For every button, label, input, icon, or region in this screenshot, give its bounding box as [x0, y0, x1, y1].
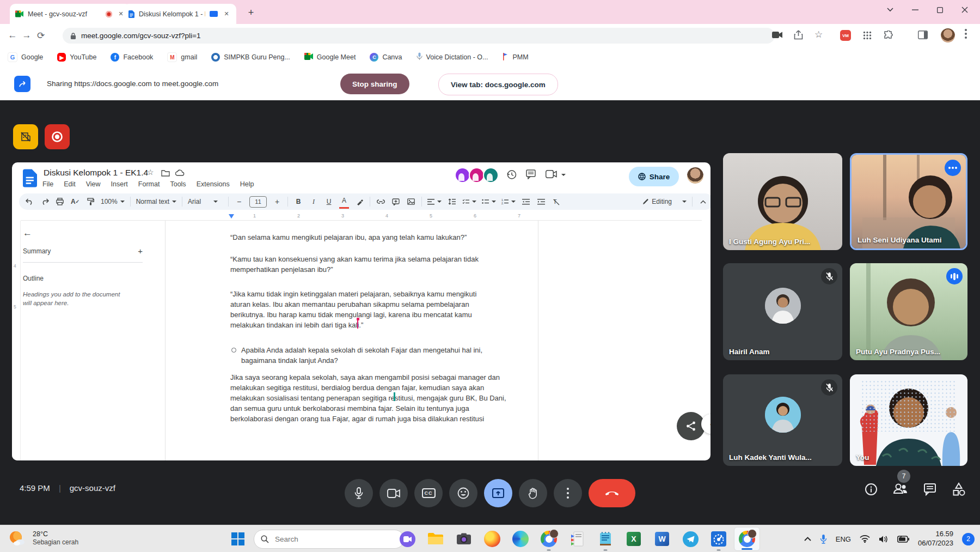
align-select[interactable]: [427, 199, 442, 205]
docs-share-button[interactable]: Share: [629, 167, 679, 186]
tray-expand-icon[interactable]: [804, 537, 811, 541]
menu-insert[interactable]: Insert: [111, 180, 128, 188]
docs-user-avatar[interactable]: [687, 167, 703, 184]
start-button[interactable]: [231, 532, 245, 548]
bookmark-voice-dictation[interactable]: Voice Dictation - O...: [416, 52, 488, 62]
more-options-button[interactable]: [554, 479, 582, 507]
forward-icon[interactable]: →: [20, 30, 34, 41]
bookmark-pmm[interactable]: PMM: [502, 53, 528, 62]
info-icon[interactable]: [865, 483, 878, 496]
tab-docs[interactable]: Diskusi Kelompok 1 - EK1.4 ✕: [123, 4, 236, 24]
cloud-status-icon[interactable]: [175, 169, 185, 176]
undo-icon[interactable]: [24, 196, 34, 208]
checklist-select[interactable]: [462, 199, 476, 205]
record-button[interactable]: [45, 124, 70, 149]
move-folder-icon[interactable]: [161, 169, 170, 177]
reactions-button[interactable]: [449, 479, 477, 507]
italic-icon[interactable]: I: [309, 196, 318, 208]
extensions-puzzle-icon[interactable]: [884, 31, 893, 40]
bookmark-canva[interactable]: CCanva: [370, 53, 402, 62]
maximize-icon[interactable]: [937, 7, 943, 13]
app-installer[interactable]: [563, 525, 591, 552]
text-color-icon[interactable]: A: [339, 195, 349, 209]
close-window-icon[interactable]: [961, 7, 968, 13]
menu-view[interactable]: View: [86, 180, 101, 188]
insert-image-icon[interactable]: [406, 196, 416, 208]
reload-icon[interactable]: ⟳: [34, 30, 48, 41]
new-tab-button[interactable]: +: [244, 5, 258, 20]
tab-meet[interactable]: Meet - gcv-souz-vzf ✕: [10, 4, 131, 24]
violentmonkey-extension-icon[interactable]: VM: [840, 30, 851, 41]
star-doc-icon[interactable]: ☆: [147, 168, 154, 177]
app-firefox[interactable]: [478, 525, 506, 552]
apps-grid-icon[interactable]: [863, 31, 872, 40]
print-icon[interactable]: [55, 196, 65, 208]
clear-formatting-icon[interactable]: T: [552, 196, 561, 208]
decrease-indent-icon[interactable]: [521, 196, 531, 208]
comments-icon[interactable]: [526, 169, 536, 179]
search-input[interactable]: [274, 535, 379, 544]
margin-marker-icon[interactable]: [229, 214, 234, 219]
url-field[interactable]: meet.google.com/gcv-souz-vzf?pli=1: [63, 28, 775, 44]
menu-extensions[interactable]: Extensions: [197, 180, 230, 188]
battery-icon[interactable]: [897, 536, 909, 543]
captions-button[interactable]: CC: [414, 479, 443, 507]
company-mode-button[interactable]: [13, 124, 38, 149]
browser-profile-avatar[interactable]: [941, 28, 955, 43]
minimize-icon[interactable]: [912, 7, 918, 13]
zoom-select[interactable]: 100%: [101, 198, 125, 205]
taskbar-search[interactable]: [254, 530, 404, 549]
add-comment-icon[interactable]: [391, 196, 401, 208]
app-notepad[interactable]: [591, 525, 620, 552]
app-chrome-active[interactable]: [733, 525, 761, 552]
horizontal-ruler[interactable]: 1 2 3 4 5 6 7: [21, 213, 702, 221]
menu-file[interactable]: File: [42, 180, 53, 188]
collaborator-avatar[interactable]: [483, 167, 499, 183]
collaborator-avatar[interactable]: [469, 167, 485, 183]
bulleted-list-select[interactable]: [482, 199, 496, 205]
editing-mode-select[interactable]: Editing: [642, 198, 687, 205]
wifi-icon[interactable]: [860, 535, 870, 543]
present-button[interactable]: [484, 479, 512, 507]
side-panel-icon[interactable]: [918, 31, 928, 39]
meet-call-icon[interactable]: [546, 170, 558, 178]
bookmark-google-meet[interactable]: Google Meet: [304, 53, 356, 62]
line-spacing-icon[interactable]: [447, 196, 457, 208]
bookmark-youtube[interactable]: ▶YouTube: [57, 53, 96, 62]
font-select[interactable]: Arial: [188, 198, 223, 205]
increase-indent-icon[interactable]: [536, 196, 546, 208]
tray-clock[interactable]: 16.59 06/07/2023: [918, 530, 953, 548]
shared-screen-presentation[interactable]: Diskusi Kelompok 1 - EK1.4 ☆ File Edit V…: [12, 162, 710, 460]
window-menu-chevron-icon[interactable]: [887, 8, 893, 12]
tab-docs-close-icon[interactable]: ✕: [222, 10, 231, 19]
menu-format[interactable]: Format: [138, 180, 160, 188]
participant-tile-5[interactable]: Luh Kadek Yanti Wula...: [723, 374, 842, 466]
paint-format-icon[interactable]: [85, 196, 95, 208]
version-history-icon[interactable]: [506, 169, 517, 180]
menu-help[interactable]: Help: [240, 180, 254, 188]
view-tab-button[interactable]: View tab: docs.google.com: [438, 74, 558, 95]
font-size-field[interactable]: 11: [249, 196, 267, 208]
share-page-icon[interactable]: [794, 30, 803, 40]
activities-icon[interactable]: [952, 482, 966, 496]
meet-call-dropdown-icon[interactable]: [561, 174, 566, 176]
collapse-toolbar-icon[interactable]: [698, 196, 708, 208]
bookmark-facebook[interactable]: fFacebook: [111, 53, 153, 62]
paragraph-style-select[interactable]: Normal text: [136, 198, 176, 205]
participant-tile-you[interactable]: You: [850, 374, 967, 466]
doc-title[interactable]: Diskusi Kelompok 1 - EK1.4: [44, 168, 148, 178]
app-file-explorer[interactable]: [421, 525, 450, 552]
doc-quick-share-button[interactable]: [677, 412, 705, 440]
tile-options-button[interactable]: [945, 160, 961, 176]
app-speedtest[interactable]: [705, 525, 733, 552]
tray-mic-icon[interactable]: [820, 534, 827, 544]
close-panel-back-icon[interactable]: ←: [23, 228, 32, 238]
app-excel[interactable]: X: [620, 525, 648, 552]
bookmark-simpkb[interactable]: SIMPKB Guru Peng...: [211, 53, 290, 62]
stop-sharing-button[interactable]: Stop sharing: [340, 74, 409, 94]
highlight-icon[interactable]: [354, 196, 364, 208]
menu-tools[interactable]: Tools: [170, 180, 186, 188]
app-word[interactable]: W: [648, 525, 676, 552]
tab-capture-camera-icon[interactable]: [772, 31, 783, 39]
weather-widget[interactable]: 28°C Sebagian cerah: [8, 529, 78, 548]
